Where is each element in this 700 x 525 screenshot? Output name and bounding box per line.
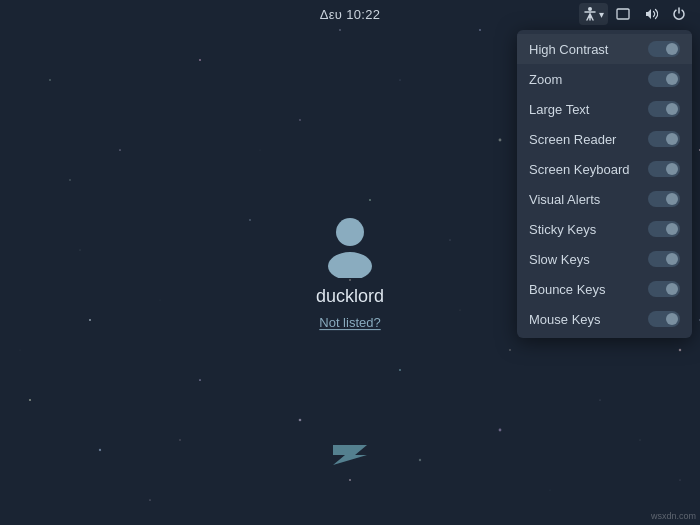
power-button[interactable]	[666, 1, 692, 27]
menu-item-slow-keys[interactable]: Slow Keys✕	[517, 244, 692, 274]
accessibility-dropdown: High Contrast✕Zoom✕Large Text✕Screen Rea…	[517, 30, 692, 338]
toggle-x-high-contrast: ✕	[670, 45, 677, 53]
login-area: ducklord Not listed?	[315, 208, 385, 330]
toggle-slow-keys[interactable]: ✕	[648, 251, 680, 267]
toggle-x-slow-keys: ✕	[670, 255, 677, 263]
svg-point-3	[328, 252, 372, 278]
svg-point-0	[588, 7, 592, 11]
menu-label-large-text: Large Text	[529, 102, 589, 117]
brand-logo	[325, 441, 375, 475]
menu-item-sticky-keys[interactable]: Sticky Keys✕	[517, 214, 692, 244]
toggle-large-text[interactable]: ✕	[648, 101, 680, 117]
menu-item-screen-keyboard[interactable]: Screen Keyboard✕	[517, 154, 692, 184]
menu-label-bounce-keys: Bounce Keys	[529, 282, 606, 297]
menu-item-bounce-keys[interactable]: Bounce Keys✕	[517, 274, 692, 304]
menu-label-screen-reader: Screen Reader	[529, 132, 616, 147]
not-listed-link[interactable]: Not listed?	[319, 315, 380, 330]
menu-item-mouse-keys[interactable]: Mouse Keys✕	[517, 304, 692, 334]
menu-label-high-contrast: High Contrast	[529, 42, 608, 57]
toggle-x-bounce-keys: ✕	[670, 285, 677, 293]
toggle-x-large-text: ✕	[670, 105, 677, 113]
accessibility-menu-button[interactable]: ▾	[579, 3, 608, 25]
menu-item-screen-reader[interactable]: Screen Reader✕	[517, 124, 692, 154]
power-icon	[672, 7, 686, 21]
menu-label-visual-alerts: Visual Alerts	[529, 192, 600, 207]
toggle-x-screen-reader: ✕	[670, 135, 677, 143]
toggle-zoom[interactable]: ✕	[648, 71, 680, 87]
menu-label-sticky-keys: Sticky Keys	[529, 222, 596, 237]
toggle-x-mouse-keys: ✕	[670, 315, 677, 323]
toggle-x-visual-alerts: ✕	[670, 195, 677, 203]
accessibility-icon	[583, 6, 597, 22]
menu-item-zoom[interactable]: Zoom✕	[517, 64, 692, 94]
svg-point-2	[336, 218, 364, 246]
topbar-datetime: Δευ 10:22	[320, 7, 380, 22]
toggle-bounce-keys[interactable]: ✕	[648, 281, 680, 297]
volume-button[interactable]	[638, 1, 664, 27]
svg-rect-1	[617, 9, 629, 19]
toggle-sticky-keys[interactable]: ✕	[648, 221, 680, 237]
menu-item-high-contrast[interactable]: High Contrast✕	[517, 34, 692, 64]
username-label: ducklord	[316, 286, 384, 307]
toggle-visual-alerts[interactable]: ✕	[648, 191, 680, 207]
watermark: wsxdn.com	[651, 511, 696, 521]
menu-label-screen-keyboard: Screen Keyboard	[529, 162, 629, 177]
menu-item-visual-alerts[interactable]: Visual Alerts✕	[517, 184, 692, 214]
toggle-x-sticky-keys: ✕	[670, 225, 677, 233]
window-button[interactable]	[610, 1, 636, 27]
toggle-high-contrast[interactable]: ✕	[648, 41, 680, 57]
topbar: Δευ 10:22 ▾	[0, 0, 700, 28]
toggle-mouse-keys[interactable]: ✕	[648, 311, 680, 327]
topbar-right-icons: ▾	[579, 0, 692, 28]
user-avatar	[315, 208, 385, 278]
toggle-x-zoom: ✕	[670, 75, 677, 83]
toggle-screen-keyboard[interactable]: ✕	[648, 161, 680, 177]
toggle-screen-reader[interactable]: ✕	[648, 131, 680, 147]
menu-label-zoom: Zoom	[529, 72, 562, 87]
menu-label-slow-keys: Slow Keys	[529, 252, 590, 267]
window-icon	[616, 8, 630, 20]
volume-icon	[644, 7, 658, 21]
toggle-x-screen-keyboard: ✕	[670, 165, 677, 173]
menu-item-large-text[interactable]: Large Text✕	[517, 94, 692, 124]
menu-label-mouse-keys: Mouse Keys	[529, 312, 601, 327]
chevron-down-icon: ▾	[599, 9, 604, 20]
